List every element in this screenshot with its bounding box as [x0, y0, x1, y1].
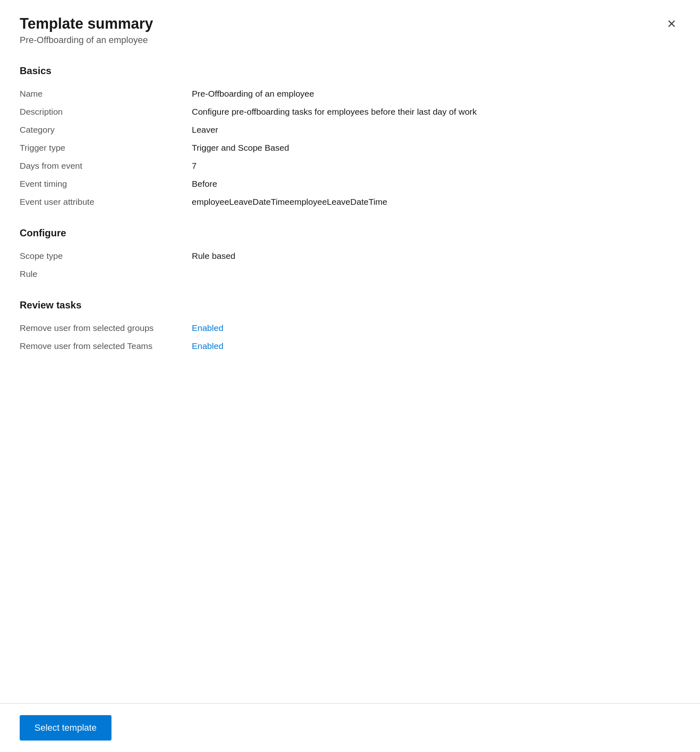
review-tasks-section-title: Review tasks [20, 299, 680, 311]
field-label-rule: Rule [20, 269, 192, 279]
field-value-category: Leaver [192, 125, 680, 135]
field-label-trigger-type: Trigger type [20, 143, 192, 153]
basics-section: Basics Name Pre-Offboarding of an employ… [20, 65, 680, 211]
basics-section-title: Basics [20, 65, 680, 77]
panel-subtitle: Pre-Offboarding of an employee [20, 35, 680, 45]
field-value-remove-teams: Enabled [192, 341, 680, 351]
field-value-name: Pre-Offboarding of an employee [192, 89, 680, 99]
select-template-button[interactable]: Select template [20, 715, 111, 741]
field-row-remove-groups: Remove user from selected groups Enabled [20, 319, 680, 337]
field-value-event-timing: Before [192, 179, 680, 189]
configure-section: Configure Scope type Rule based Rule [20, 227, 680, 283]
field-label-category: Category [20, 125, 192, 135]
panel-header: Template summary Pre-Offboarding of an e… [0, 0, 700, 55]
field-label-remove-groups: Remove user from selected groups [20, 323, 192, 333]
field-row-name: Name Pre-Offboarding of an employee [20, 85, 680, 103]
field-value-days-from-event: 7 [192, 161, 680, 171]
panel-title: Template summary [20, 15, 680, 32]
field-label-event-timing: Event timing [20, 179, 192, 189]
panel-footer: Select template [0, 703, 700, 752]
panel-content: Basics Name Pre-Offboarding of an employ… [0, 55, 700, 703]
field-value-trigger-type: Trigger and Scope Based [192, 143, 680, 153]
template-summary-panel: Template summary Pre-Offboarding of an e… [0, 0, 700, 752]
field-row-event-user-attribute: Event user attribute employeeLeaveDateTi… [20, 193, 680, 211]
close-icon: ✕ [667, 17, 676, 31]
field-row-description: Description Configure pre-offboarding ta… [20, 103, 680, 121]
field-row-rule: Rule [20, 265, 680, 283]
field-label-name: Name [20, 89, 192, 99]
field-row-remove-teams: Remove user from selected Teams Enabled [20, 337, 680, 355]
field-row-trigger-type: Trigger type Trigger and Scope Based [20, 139, 680, 157]
field-value-description: Configure pre-offboarding tasks for empl… [192, 107, 680, 117]
field-row-category: Category Leaver [20, 121, 680, 139]
configure-section-title: Configure [20, 227, 680, 239]
review-tasks-section: Review tasks Remove user from selected g… [20, 299, 680, 355]
field-row-event-timing: Event timing Before [20, 175, 680, 193]
field-label-event-user-attribute: Event user attribute [20, 197, 192, 207]
close-button[interactable]: ✕ [662, 15, 680, 33]
field-value-scope-type: Rule based [192, 251, 680, 261]
field-value-event-user-attribute: employeeLeaveDateTimeemployeeLeaveDateTi… [192, 197, 680, 207]
field-value-remove-groups: Enabled [192, 323, 680, 333]
field-row-scope-type: Scope type Rule based [20, 247, 680, 265]
field-label-scope-type: Scope type [20, 251, 192, 261]
field-label-days-from-event: Days from event [20, 161, 192, 171]
field-row-days-from-event: Days from event 7 [20, 157, 680, 175]
field-label-description: Description [20, 107, 192, 117]
field-label-remove-teams: Remove user from selected Teams [20, 341, 192, 351]
